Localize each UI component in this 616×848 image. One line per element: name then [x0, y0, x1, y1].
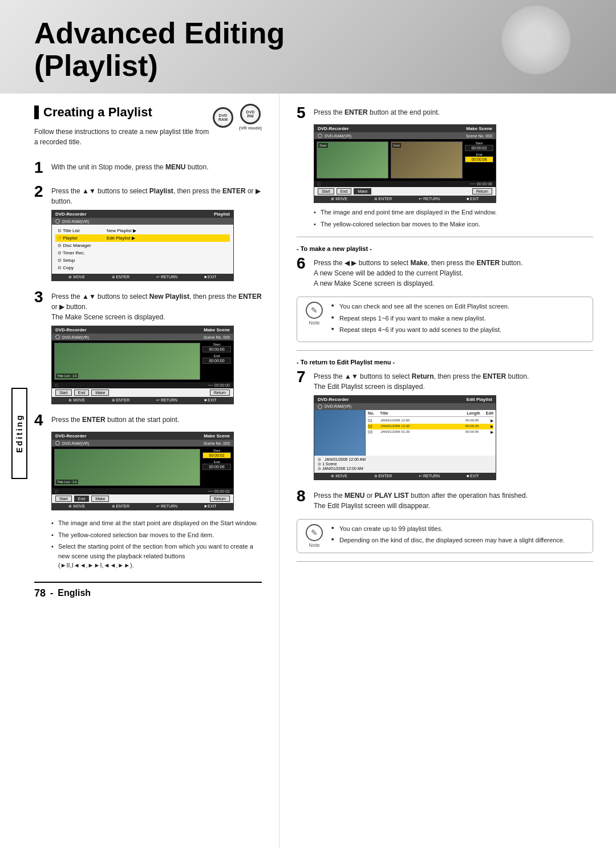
- step-3-subtext: The Make Scene screen is displayed.: [51, 313, 165, 321]
- eps-list-row-3: 03 JAN/01/2006 01:20 00:00:05 ▶: [368, 429, 493, 435]
- mss3-content: Title List : 1/1 Start 00:00:00 End 00:0…: [52, 340, 233, 382]
- subsection-return-edit: - To return to Edit Playlist menu -: [297, 359, 593, 366]
- mss3-return-btn[interactable]: Return: [210, 389, 230, 396]
- eps-list-row-2: 02 JAN/01/2006 12:30 00:00:25 ▶: [368, 424, 493, 429]
- eps-nav: ⊕ MOVE ⊛ ENTER ↩ RETURN ■ EXIT: [314, 473, 496, 480]
- mss5-return-btn[interactable]: Return: [472, 188, 492, 194]
- mss4-header: DVD-Recorder Make Scene: [52, 432, 233, 440]
- mss5-end-thumb: End: [391, 141, 463, 178]
- mss5-nav: ⊕ MOVE ⊛ ENTER ↩ RETURN ■ EXIT: [314, 196, 496, 202]
- left-column: Creating a Playlist Follow these instruc…: [0, 94, 279, 848]
- divider-3: [297, 561, 593, 562]
- title-line1: Advanced Editing: [34, 17, 285, 50]
- mss5-make-btn[interactable]: Make: [354, 188, 371, 194]
- note-right-1: You can create up to 99 playlist titles.: [331, 524, 565, 534]
- step-1-text: With the unit in Stop mode, press the ME…: [51, 160, 262, 172]
- title-line2: (Playlist): [34, 49, 158, 82]
- ps-subheader-text: DVD-RAM(VR): [62, 220, 89, 224]
- ps-subheader: DVD-RAM(VR): [52, 218, 233, 225]
- step-5-header: 5 Press the ENTER button at the end poin…: [297, 105, 593, 121]
- ps-body: ⊙ Title List New Playlist ▶ ☞ Playlist E…: [52, 225, 233, 274]
- ps-row-setup: ⊙ Setup: [55, 257, 230, 264]
- section-title: Creating a Playlist: [43, 105, 152, 120]
- step-7-num: 7: [297, 369, 314, 385]
- ps-radio: [55, 219, 60, 224]
- divider-2: [297, 350, 593, 351]
- step-2-header: 2 Press the ▲▼ buttons to select Playlis…: [34, 184, 262, 206]
- step-8-num: 8: [297, 488, 314, 504]
- mss3-end-btn[interactable]: End: [74, 389, 89, 396]
- mss4-subheader: DVD-RAM(VR) Scene No. 003: [52, 440, 233, 447]
- step-5: 5 Press the ENTER button at the end poin…: [297, 105, 593, 229]
- note-text-right: You can create up to 99 playlist titles.…: [331, 524, 565, 547]
- right-column: 5 Press the ENTER button at the end poin…: [279, 94, 616, 848]
- step-8-text: Press the MENU or PLAY LIST button after…: [314, 488, 593, 511]
- page-footer: 78 - English: [34, 582, 262, 599]
- make-scene-screen-5: DVD-Recorder Make Scene DVD-RAM(VR) Scen…: [314, 124, 496, 203]
- step-5-text: Press the ENTER button at the end point.: [314, 105, 593, 117]
- mss3-subheader: DVD-RAM(VR) Scene No. 003: [52, 334, 233, 340]
- mss5-header: DVD-Recorder Make Scene: [314, 125, 496, 132]
- mss3-header: DVD-Recorder Make Scene: [52, 326, 233, 334]
- playlist-screen: DVD-Recorder Playlist DVD-RAM(VR) ⊙ Titl…: [51, 210, 234, 281]
- step-5-num: 5: [297, 105, 314, 121]
- step-6-sub1: A new Scene will be added to the current…: [314, 269, 463, 277]
- mss3-nav: ⊕ MOVE ⊛ ENTER ↩ RETURN ■ EXIT: [52, 397, 233, 404]
- disc-icons: DVDRAM DVDRW (VR mode): [213, 104, 262, 131]
- mss5-start-btn[interactable]: Start: [318, 188, 334, 194]
- step-3-header: 3 Press the ▲▼ buttons to select New Pla…: [34, 289, 262, 322]
- page-lang: -: [50, 588, 53, 598]
- mss3-time-col: Start 00:00:00 End 00:00:00: [202, 343, 231, 380]
- bullet-step4-2: The yellow-colored selection bar moves t…: [51, 530, 262, 540]
- note-icon-right: ✎ Note: [303, 524, 326, 548]
- ps-nav: ⊕ MOVE ⊛ ENTER ↩ RETURN ■ EXIT: [52, 274, 233, 281]
- mss3-start-btn[interactable]: Start: [55, 389, 72, 396]
- step-2-text: Press the ▲▼ buttons to select Playlist,…: [51, 184, 262, 206]
- mss4-make-btn[interactable]: Make: [91, 496, 109, 502]
- header-section: Advanced Editing (Playlist): [0, 0, 616, 94]
- vr-mode-label: (VR mode): [239, 125, 262, 131]
- note-left-1: You can check and see all the scenes on …: [331, 302, 509, 311]
- mss5-time-col: Start 00:00:02 End 00:00:08: [465, 141, 493, 178]
- step-3: 3 Press the ▲▼ buttons to select New Pla…: [34, 289, 262, 404]
- note-left-2: Repeat steps 1~6 if you want to make a n…: [331, 314, 509, 323]
- mss3-main-thumb: Title List : 1/1: [54, 343, 200, 380]
- mss3-buttons: Start End Make Return: [52, 388, 233, 397]
- step-6-num: 6: [297, 255, 314, 271]
- note-text-left: You can check and see all the scenes on …: [331, 302, 509, 337]
- mss4-main-thumb: Title List : 1/1: [54, 449, 200, 486]
- mss4-bottom: □ ── 00:00:02: [52, 488, 233, 494]
- make-scene-screen-4: DVD-Recorder Make Scene DVD-RAM(VR) Scen…: [51, 432, 234, 510]
- content-area: Creating a Playlist Follow these instruc…: [0, 94, 616, 848]
- step-7-subtext: The Edit Playlist screen is displayed.: [314, 383, 425, 391]
- eps-subheader: DVD-RAM(VR): [314, 403, 496, 410]
- note-label-right: Note: [309, 542, 319, 548]
- ps-row-titlelist: ⊙ Title List New Playlist ▶: [55, 227, 230, 234]
- mss5-end-btn[interactable]: End: [337, 188, 351, 194]
- mss4-nav: ⊕ MOVE ⊛ ENTER ↩ RETURN ■ EXIT: [52, 503, 233, 510]
- divider-1: [297, 237, 593, 237]
- mss5-bottom: □ ── 00:00:08: [314, 181, 496, 187]
- note-circle-icon-right: ✎: [306, 524, 323, 541]
- step-7-text: Press the ▲▼ buttons to select Return, t…: [314, 369, 593, 392]
- mss5-buttons: Start End Make Return: [314, 187, 496, 196]
- step-6-sub2: A new Make Scene screen is displayed.: [314, 279, 434, 287]
- mss3-make-btn[interactable]: Make: [91, 389, 109, 396]
- page-lang-text: English: [58, 588, 91, 598]
- note-left-3: Repeat steps 4~6 if you want to add scen…: [331, 325, 509, 335]
- step-3-num: 3: [34, 289, 51, 305]
- mss4-end-btn[interactable]: End: [74, 496, 89, 502]
- mss5-start-thumb: Start: [317, 141, 388, 178]
- make-scene-screen-3: DVD-Recorder Make Scene DVD-RAM(VR) Scen…: [51, 326, 234, 404]
- mss4-buttons: Start End Make Return: [52, 494, 233, 503]
- mss4-start-btn[interactable]: Start: [55, 496, 72, 502]
- step-8: 8 Press the MENU or PLAY LIST button aft…: [297, 488, 593, 511]
- editing-sidebar-label: Editing: [11, 388, 27, 479]
- mss4-return-btn[interactable]: Return: [210, 496, 230, 502]
- title-bar-decoration: [34, 106, 39, 119]
- dvd-ram-disc: DVDRAM: [213, 107, 233, 128]
- intro-text: Follow these instructions to create a ne…: [34, 127, 213, 147]
- ps-row-playlist: ☞ Playlist Edit Playlist ▶: [55, 234, 230, 242]
- note-box-right: ✎ Note You can create up to 99 playlist …: [297, 519, 593, 553]
- note-right-2: Depending on the kind of disc, the displ…: [331, 535, 565, 545]
